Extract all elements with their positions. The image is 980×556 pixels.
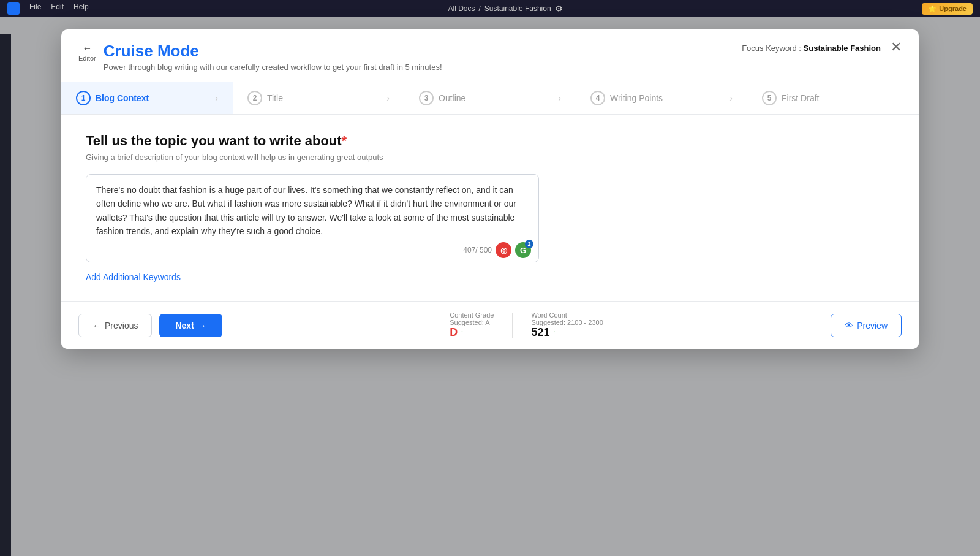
step-2-chevron-icon: › (386, 93, 390, 103)
blog-context-textarea[interactable] (86, 175, 538, 236)
step-5-number: 5 (762, 91, 777, 105)
modal-body: Tell us the topic you want to write abou… (61, 115, 919, 301)
step-blog-context[interactable]: 1 Blog Context › (61, 82, 233, 114)
modal-header: ← Editor Cruise Mode Power through blog … (61, 29, 919, 82)
modal-overlay: ← Editor Cruise Mode Power through blog … (0, 17, 980, 556)
footer-nav-buttons: ← Previous Next → (78, 314, 222, 337)
back-to-editor-button[interactable]: ← Editor (78, 43, 96, 62)
word-count-value: 521 ↑ (531, 326, 556, 339)
step-first-draft[interactable]: 5 First Draft (747, 82, 919, 114)
step-3-label: Outline (439, 93, 466, 103)
content-grade-value: D ↑ (450, 326, 464, 339)
word-count-suggested: Suggested: 2100 - 2300 (531, 319, 603, 326)
step-title[interactable]: 2 Title › (233, 82, 404, 114)
editor-label: Editor (78, 55, 96, 62)
step-2-label: Title (267, 93, 283, 103)
upgrade-label: Upgrade (939, 5, 967, 12)
step-outline[interactable]: 3 Outline › (404, 82, 576, 114)
footer-stats: Content Grade Suggested: A D ↑ Word Coun… (450, 311, 603, 339)
step-3-number: 3 (419, 91, 434, 105)
form-title: Tell us the topic you want to write abou… (86, 133, 894, 149)
modal-title-area: ← Editor Cruise Mode Power through blog … (78, 42, 442, 72)
top-bar: File Edit Help All Docs / Sustainable Fa… (0, 0, 980, 17)
modal-subtitle: Power through blog writing with our care… (104, 63, 442, 72)
upgrade-button[interactable]: ⭐ Upgrade (922, 3, 973, 15)
required-star: * (342, 133, 347, 148)
top-bar-right: ⭐ Upgrade (922, 3, 973, 15)
prev-label: Previous (105, 321, 138, 330)
add-keywords-link[interactable]: Add Additional Keywords (86, 272, 181, 282)
textarea-footer: 407/ 500 ◎ G 2 (86, 238, 538, 262)
menu-edit[interactable]: Edit (51, 2, 64, 15)
form-subtitle: Giving a brief description of your blog … (86, 153, 894, 162)
close-button[interactable]: ✕ (891, 40, 902, 54)
preview-button[interactable]: 👁 Preview (831, 314, 902, 337)
next-label: Next (175, 321, 194, 330)
breadcrumb-separator: / (479, 4, 481, 13)
settings-icon[interactable]: ⚙ (555, 4, 563, 13)
word-count-stat: Word Count Suggested: 2100 - 2300 521 ↑ (531, 311, 603, 339)
preview-label: Preview (857, 321, 888, 330)
steps-bar: 1 Blog Context › 2 Title › 3 Outline › 4… (61, 82, 919, 115)
menu-help[interactable]: Help (74, 2, 89, 15)
modal-title: Cruise Mode (104, 42, 442, 61)
back-arrow-icon: ← (82, 43, 92, 54)
preview-eye-icon: 👁 (845, 321, 853, 330)
word-count-label: Word Count (531, 311, 567, 319)
prev-arrow-icon: ← (92, 321, 101, 330)
all-docs-link[interactable]: All Docs (448, 4, 475, 13)
menu-bar: File Edit Help (7, 2, 89, 15)
breadcrumb: All Docs / Sustainable Fashion ⚙ (448, 4, 562, 13)
step-1-number: 1 (76, 91, 91, 105)
context-textarea-wrapper: 407/ 500 ◎ G 2 (86, 174, 539, 262)
step-1-chevron-icon: › (215, 93, 218, 103)
stats-divider (512, 313, 513, 338)
step-5-label: First Draft (782, 93, 819, 103)
modal-footer: ← Previous Next → Content Grade Suggeste… (61, 301, 919, 349)
cruise-mode-modal: ← Editor Cruise Mode Power through blog … (61, 29, 919, 349)
focus-keyword-display: Focus Keyword : Sustainable Fashion (742, 44, 881, 53)
content-grade-stat: Content Grade Suggested: A D ↑ (450, 311, 494, 339)
grammarly-icon[interactable]: G 2 (515, 242, 531, 258)
target-icon: ◎ (496, 242, 511, 258)
step-3-chevron-icon: › (558, 93, 561, 103)
char-count: 407/ 500 (463, 246, 492, 254)
grammarly-badge: 2 (525, 240, 533, 248)
step-4-label: Writing Points (610, 93, 663, 103)
step-writing-points[interactable]: 4 Writing Points › (576, 82, 747, 114)
star-icon: ⭐ (928, 5, 937, 13)
previous-button[interactable]: ← Previous (78, 314, 152, 337)
next-button[interactable]: Next → (159, 314, 222, 337)
step-4-number: 4 (590, 91, 605, 105)
current-doc-label: Sustainable Fashion (484, 4, 551, 13)
step-1-label: Blog Context (96, 93, 149, 103)
menu-file[interactable]: File (29, 2, 41, 15)
step-2-number: 2 (247, 91, 262, 105)
grade-up-arrow-icon: ↑ (460, 329, 464, 337)
content-grade-suggested: Suggested: A (450, 319, 489, 326)
content-grade-label: Content Grade (450, 311, 494, 319)
g-label: G (520, 246, 526, 255)
title-subtitle-area: Cruise Mode Power through blog writing w… (104, 42, 442, 72)
focus-keyword-value: Sustainable Fashion (804, 44, 881, 53)
next-arrow-icon: → (198, 321, 206, 330)
step-4-chevron-icon: › (729, 93, 733, 103)
app-logo-icon (7, 2, 20, 15)
word-count-up-arrow-icon: ↑ (552, 329, 556, 337)
